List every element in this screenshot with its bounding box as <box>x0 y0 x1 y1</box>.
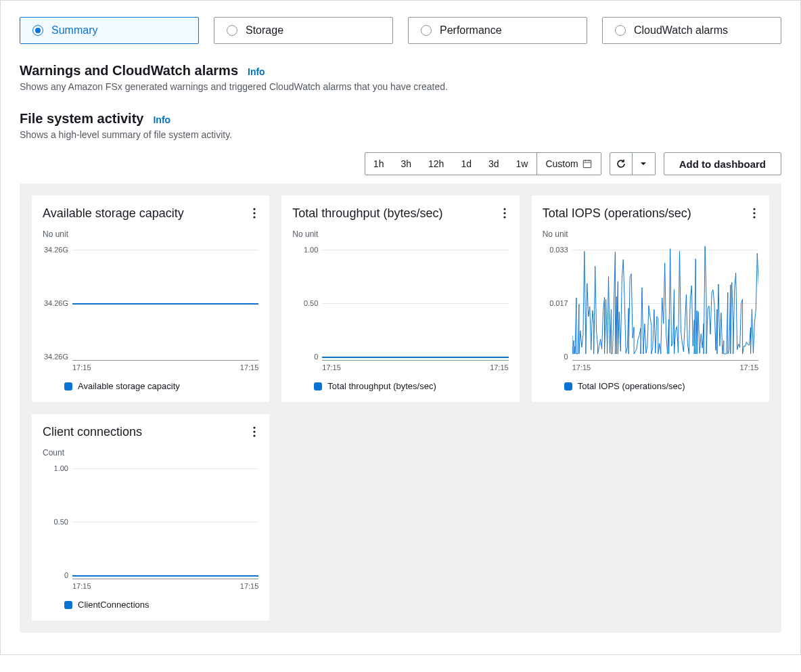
legend-label: Available storage capacity <box>78 381 180 391</box>
svg-point-7 <box>503 208 505 210</box>
legend-label: Total throughput (bytes/sec) <box>327 381 436 391</box>
svg-point-11 <box>753 212 755 214</box>
chart-plot[interactable]: 0.033 0.017 0 <box>543 246 758 361</box>
chart-plot[interactable]: 34.26G 34.26G 34.26G <box>43 246 258 361</box>
y-tick: 1.00 <box>43 464 68 472</box>
chart-menu-button[interactable] <box>250 424 258 440</box>
chart-legend: Total IOPS (operations/sec) <box>564 381 758 391</box>
x-tick: 17:15 <box>572 363 591 372</box>
tab-label: Summary <box>51 24 97 37</box>
section-activity: File system activity Info <box>20 111 781 127</box>
legend-swatch <box>564 382 572 390</box>
section-warnings-desc: Shows any Amazon FSx generated warnings … <box>20 81 781 92</box>
x-tick: 17:15 <box>739 363 758 372</box>
legend-swatch <box>314 382 322 390</box>
chart-title: Total throughput (bytes/sec) <box>292 206 442 221</box>
custom-label: Custom <box>545 158 578 169</box>
legend-label: ClientConnections <box>78 600 150 610</box>
svg-rect-0 <box>583 160 591 168</box>
svg-point-12 <box>753 216 755 218</box>
radio-icon <box>32 25 43 36</box>
gridline <box>72 468 258 469</box>
section-activity-desc: Shows a high-level summary of file syste… <box>20 129 781 140</box>
refresh-button[interactable] <box>610 152 633 175</box>
gridline <box>72 250 258 250</box>
gridline <box>72 522 258 522</box>
time-range-group: 1h3h12h1d3d1w Custom <box>365 152 601 175</box>
kebab-icon <box>253 208 256 219</box>
section-warnings: Warnings and CloudWatch alarms Info <box>20 63 781 79</box>
info-link-warnings[interactable]: Info <box>248 66 265 77</box>
refresh-menu-button[interactable] <box>633 152 656 175</box>
chart-legend: ClientConnections <box>64 600 258 610</box>
chart-units: No unit <box>543 229 758 239</box>
tab-summary[interactable]: Summary <box>20 17 199 44</box>
refresh-group <box>610 152 656 175</box>
svg-point-10 <box>753 208 755 210</box>
gridline <box>322 250 508 250</box>
y-tick: 1.00 <box>292 246 318 254</box>
y-tick: 34.26G <box>43 299 68 307</box>
tab-label: Performance <box>440 24 502 37</box>
section-activity-title: File system activity <box>20 111 143 127</box>
svg-point-6 <box>254 216 256 218</box>
y-tick: 0 <box>43 571 68 579</box>
calendar-icon <box>582 159 592 169</box>
tab-storage[interactable]: Storage <box>214 17 393 44</box>
time-range-custom[interactable]: Custom <box>536 153 600 175</box>
svg-point-4 <box>254 208 256 210</box>
kebab-icon <box>753 208 756 219</box>
monitoring-panel: Summary Storage Performance CloudWatch a… <box>0 0 801 655</box>
svg-point-15 <box>254 434 256 436</box>
svg-point-14 <box>254 430 256 432</box>
chart-menu-button[interactable] <box>501 205 509 221</box>
info-link-activity[interactable]: Info <box>153 114 170 125</box>
svg-point-8 <box>503 212 505 214</box>
kebab-icon <box>503 208 506 219</box>
x-axis <box>322 360 508 361</box>
legend-swatch <box>64 382 72 390</box>
chart-units: No unit <box>43 229 258 239</box>
svg-point-13 <box>254 426 256 428</box>
chart-units: No unit <box>292 229 508 239</box>
chart-legend: Available storage capacity <box>64 381 258 391</box>
radio-icon <box>421 25 432 36</box>
charts-grid: Available storage capacity No unit 34.26… <box>20 183 781 633</box>
time-range-1w[interactable]: 1w <box>508 153 537 175</box>
tab-cloudwatch[interactable]: CloudWatch alarms <box>602 17 781 44</box>
time-range-1h[interactable]: 1h <box>365 153 393 175</box>
time-range-3d[interactable]: 3d <box>480 153 508 175</box>
time-range-3h[interactable]: 3h <box>392 153 420 175</box>
y-tick: 34.26G <box>43 353 68 361</box>
x-tick: 17:15 <box>240 582 259 590</box>
tab-label: Storage <box>246 24 283 37</box>
tab-strip: Summary Storage Performance CloudWatch a… <box>20 17 781 44</box>
time-range-1d[interactable]: 1d <box>453 153 480 175</box>
chart-card-total-iops: Total IOPS (operations/sec) No unit 0.03… <box>532 196 769 402</box>
chart-title: Available storage capacity <box>43 206 184 221</box>
chart-toolbar: 1h3h12h1d3d1w Custom Add to dashboard <box>20 152 781 175</box>
chart-units: Count <box>43 448 258 457</box>
tab-performance[interactable]: Performance <box>408 17 587 44</box>
chart-card-available-storage: Available storage capacity No unit 34.26… <box>32 196 269 402</box>
x-ticks: 17:15 17:15 <box>572 363 758 372</box>
add-to-dashboard-button[interactable]: Add to dashboard <box>664 152 781 175</box>
chart-plot[interactable]: 1.00 0.50 0 <box>43 464 258 579</box>
chart-plot[interactable]: 1.00 0.50 0 <box>292 246 508 361</box>
time-range-12h[interactable]: 12h <box>420 153 453 175</box>
chart-menu-button[interactable] <box>250 205 258 221</box>
x-tick: 17:15 <box>72 582 91 590</box>
y-tick: 0.50 <box>43 518 68 526</box>
x-ticks: 17:15 17:15 <box>322 363 508 372</box>
section-warnings-title: Warnings and CloudWatch alarms <box>20 63 238 79</box>
chart-legend: Total throughput (bytes/sec) <box>314 381 508 391</box>
refresh-icon <box>616 158 626 169</box>
y-tick: 0 <box>543 353 568 361</box>
x-ticks: 17:15 17:15 <box>72 363 258 372</box>
chart-title: Client connections <box>43 425 142 439</box>
y-tick: 0 <box>292 353 318 361</box>
x-ticks: 17:15 17:15 <box>72 582 258 590</box>
chart-menu-button[interactable] <box>750 205 758 221</box>
x-tick: 17:15 <box>72 363 91 372</box>
y-tick: 34.26G <box>43 246 68 254</box>
